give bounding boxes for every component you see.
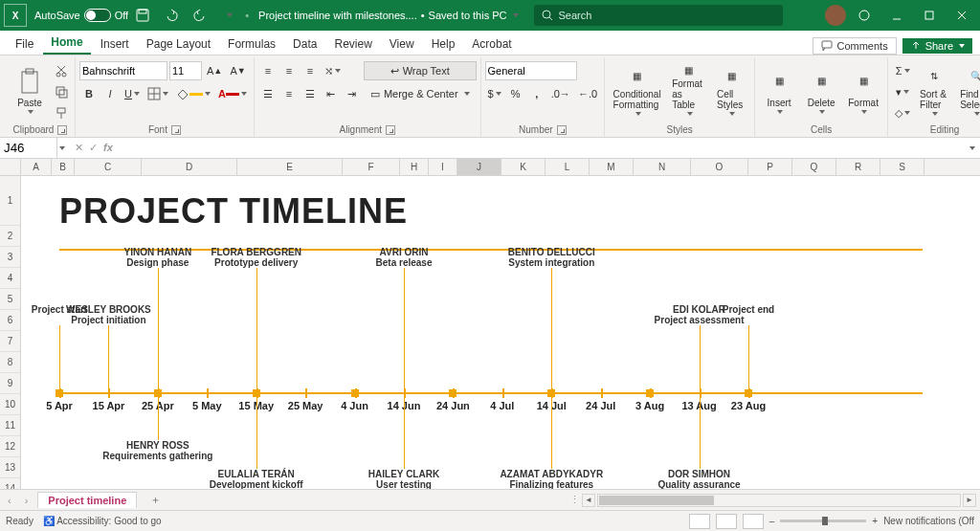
new-sheet-icon[interactable]: ＋ (143, 493, 168, 507)
insert-cells-button[interactable]: ▦Insert (759, 61, 799, 119)
decrease-font-icon[interactable]: A▼ (227, 61, 248, 80)
col-header-J[interactable]: J (457, 159, 501, 175)
tab-view[interactable]: View (382, 33, 422, 55)
col-header-S[interactable]: S (880, 159, 924, 175)
expand-formula-bar-icon[interactable] (963, 146, 980, 150)
column-headers[interactable]: ABCDEFHIJKLMNOPQRS (0, 159, 980, 176)
col-header-O[interactable]: O (691, 159, 748, 175)
page-layout-view-icon[interactable] (716, 514, 737, 529)
tab-review[interactable]: Review (326, 33, 379, 55)
conditional-formatting-button[interactable]: ▦Conditional Formatting (609, 61, 665, 119)
clear-icon[interactable]: ◇ (892, 103, 913, 122)
font-dialog-icon[interactable] (171, 125, 181, 135)
user-avatar[interactable] (825, 5, 846, 26)
col-header-H[interactable]: H (400, 159, 429, 175)
bold-icon[interactable]: B (79, 84, 99, 103)
align-bottom-icon[interactable]: ≡ (301, 61, 320, 80)
name-box[interactable] (0, 138, 57, 158)
merge-center-button[interactable]: ▭ Merge & Center (364, 84, 477, 103)
tab-help[interactable]: Help (424, 33, 463, 55)
row-header-6[interactable]: 6 (0, 310, 20, 331)
select-all-corner[interactable] (0, 159, 21, 175)
row-headers[interactable]: 1234567891011121314 (0, 176, 21, 489)
align-center-icon[interactable]: ≡ (279, 84, 299, 103)
number-format-combo[interactable] (485, 61, 577, 80)
share-button[interactable]: Share (902, 38, 972, 54)
col-header-N[interactable]: N (634, 159, 691, 175)
sort-filter-button[interactable]: ⇅Sort & Filter (915, 61, 953, 119)
wrap-text-button[interactable]: ↩ Wrap Text (364, 61, 477, 80)
hscroll-left-icon[interactable]: ◄ (582, 494, 595, 507)
col-header-I[interactable]: I (429, 159, 457, 175)
font-color-icon[interactable]: A (215, 84, 250, 103)
tab-page-layout[interactable]: Page Layout (139, 33, 218, 55)
tab-home[interactable]: Home (43, 32, 90, 55)
orientation-icon[interactable]: ⤭ (322, 61, 344, 80)
autosave-toggle[interactable]: AutoSave Off (34, 9, 128, 22)
col-header-P[interactable]: P (748, 159, 792, 175)
cell-styles-button[interactable]: ▦Cell Styles (712, 61, 750, 119)
col-header-Q[interactable]: Q (792, 159, 836, 175)
hscroll-right-icon[interactable]: ► (963, 494, 976, 507)
decrease-decimal-icon[interactable]: ←.0 (575, 84, 600, 103)
format-cells-button[interactable]: ▦Format (843, 61, 883, 119)
font-size-combo[interactable] (169, 61, 202, 80)
save-icon[interactable] (128, 0, 157, 31)
tab-data[interactable]: Data (285, 33, 324, 55)
fill-icon[interactable]: ▾ (892, 82, 913, 101)
autosum-icon[interactable]: Σ (892, 61, 913, 80)
undo-icon[interactable] (157, 0, 186, 31)
horizontal-scrollbar[interactable] (597, 494, 961, 507)
sheet-nav-prev-icon[interactable]: ‹ (4, 495, 15, 506)
redo-icon[interactable] (186, 0, 214, 31)
row-header-3[interactable]: 3 (0, 247, 20, 268)
row-header-13[interactable]: 13 (0, 457, 20, 478)
worksheet-grid[interactable]: ABCDEFHIJKLMNOPQRS 1234567891011121314 P… (0, 159, 980, 489)
tab-insert[interactable]: Insert (93, 33, 137, 55)
fill-color-icon[interactable] (173, 84, 213, 103)
tab-formulas[interactable]: Formulas (220, 33, 283, 55)
fx-icon[interactable]: fx (103, 142, 113, 154)
col-header-L[interactable]: L (546, 159, 590, 175)
row-header-1[interactable]: 1 (0, 176, 20, 226)
copy-icon[interactable] (52, 82, 71, 101)
sheet-canvas[interactable]: PROJECT TIMELINE 5 Apr15 Apr25 Apr5 May1… (21, 176, 980, 489)
enter-formula-icon[interactable]: ✓ (89, 142, 98, 154)
increase-indent-icon[interactable]: ⇥ (343, 84, 362, 103)
italic-icon[interactable]: I (100, 84, 120, 103)
row-header-12[interactable]: 12 (0, 436, 20, 457)
row-header-2[interactable]: 2 (0, 226, 20, 247)
page-break-view-icon[interactable] (743, 514, 764, 529)
cancel-formula-icon[interactable]: ✕ (75, 142, 83, 154)
qat-customize-icon[interactable] (214, 0, 243, 31)
row-header-9[interactable]: 9 (0, 373, 20, 394)
decrease-indent-icon[interactable]: ⇤ (322, 84, 341, 103)
col-header-F[interactable]: F (343, 159, 400, 175)
zoom-slider[interactable] (780, 520, 866, 522)
zoom-out-icon[interactable]: – (769, 516, 775, 526)
row-header-5[interactable]: 5 (0, 289, 20, 310)
coming-soon-icon[interactable] (850, 0, 879, 31)
row-header-11[interactable]: 11 (0, 415, 20, 436)
align-middle-icon[interactable]: ≡ (279, 61, 299, 80)
accounting-format-icon[interactable]: $ (485, 84, 504, 103)
format-painter-icon[interactable] (52, 103, 71, 122)
col-header-M[interactable]: M (590, 159, 634, 175)
col-header-B[interactable]: B (52, 159, 75, 175)
row-header-14[interactable]: 14 (0, 478, 20, 489)
col-header-K[interactable]: K (501, 159, 546, 175)
accessibility-status[interactable]: ♿ Accessibility: Good to go (43, 516, 162, 526)
paste-button[interactable]: Paste (10, 61, 50, 119)
minimize-icon[interactable] (882, 0, 911, 31)
align-right-icon[interactable]: ☰ (301, 84, 320, 103)
underline-icon[interactable]: U (122, 84, 143, 103)
alignment-dialog-icon[interactable] (386, 125, 395, 135)
align-top-icon[interactable]: ≡ (258, 61, 278, 80)
search-input[interactable]: Search (534, 5, 783, 26)
row-header-8[interactable]: 8 (0, 352, 20, 373)
cut-icon[interactable] (52, 61, 71, 80)
comments-button[interactable]: Comments (813, 37, 896, 55)
clipboard-dialog-icon[interactable] (57, 125, 67, 135)
file-name[interactable]: Project timeline with milestones....•Sav… (258, 10, 518, 21)
zoom-in-icon[interactable]: + (872, 516, 878, 526)
